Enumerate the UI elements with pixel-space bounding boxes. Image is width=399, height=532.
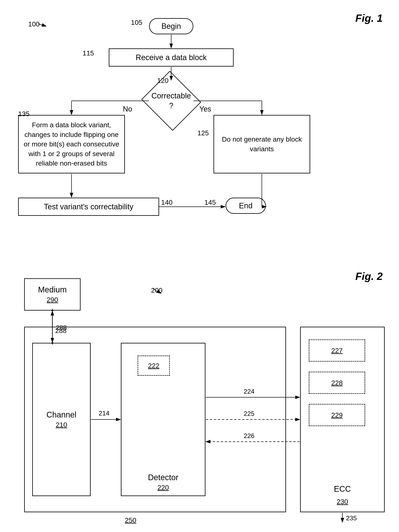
ref-125: 125 bbox=[197, 129, 209, 137]
figure-2: Fig. 2 200 Medium 290 250 Channel 210 De… bbox=[12, 266, 391, 524]
figure-1: Fig. 1 100 Begin 105 Receive a data bloc… bbox=[12, 8, 391, 230]
ref-145: 145 bbox=[204, 198, 216, 206]
no-label: No bbox=[123, 105, 132, 113]
dashed-229: 229 bbox=[309, 404, 365, 426]
medium-box: Medium 290 bbox=[24, 278, 80, 310]
channel-box: Channel 210 bbox=[32, 343, 91, 496]
detector-box: Detector 220 222 bbox=[121, 343, 205, 496]
dashed-227: 227 bbox=[309, 339, 365, 361]
ref-200: 200 bbox=[151, 286, 163, 294]
ref-140: 140 bbox=[161, 198, 173, 206]
svg-text:235: 235 bbox=[346, 514, 357, 522]
ref-115: 115 bbox=[83, 49, 94, 57]
ref-100: 100 bbox=[28, 20, 40, 28]
form-variant-node: Form a data block variant, changes to in… bbox=[18, 115, 125, 173]
fig1-label: Fig. 1 bbox=[355, 12, 383, 24]
dashed-228: 228 bbox=[309, 372, 365, 394]
yes-label: Yes bbox=[199, 105, 211, 113]
correctable-node: Correctable ? bbox=[149, 81, 193, 121]
ref-120: 120 bbox=[157, 77, 169, 84]
ref-288: 288 bbox=[55, 327, 67, 335]
ref-250: 250 bbox=[125, 516, 136, 524]
test-variant-node: Test variant's correctability bbox=[18, 198, 159, 216]
begin-node: Begin bbox=[149, 18, 193, 34]
ecc-box: 227 228 229 ECC 230 bbox=[300, 327, 385, 512]
ref-105: 105 bbox=[131, 19, 142, 26]
ref-135: 135 bbox=[18, 110, 30, 118]
receive-node: Receive a data block bbox=[109, 48, 234, 67]
dashed-222: 222 bbox=[138, 355, 170, 376]
do-not-generate-node: Do not generate any block variants bbox=[214, 115, 310, 173]
end-node: End bbox=[226, 198, 266, 214]
fig2-label: Fig. 2 bbox=[355, 270, 383, 282]
